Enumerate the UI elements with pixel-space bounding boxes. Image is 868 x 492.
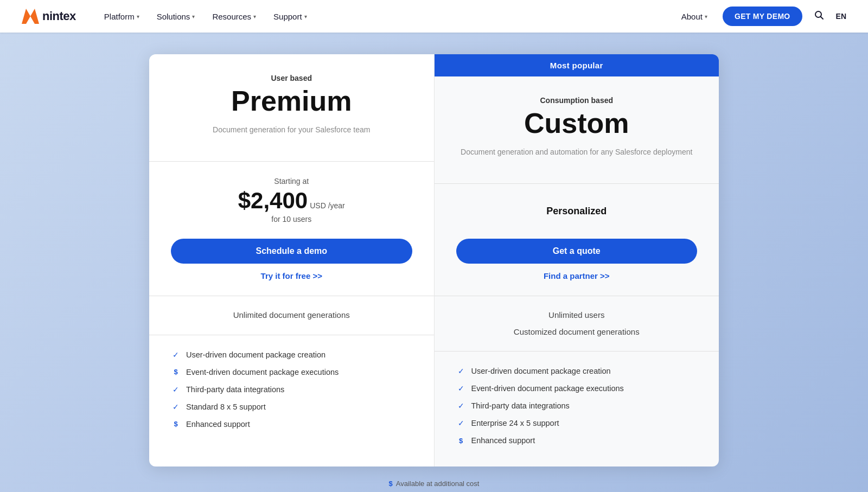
resources-chevron-icon: ▾ <box>253 14 256 20</box>
custom-check-icon-1: ✓ <box>456 367 466 375</box>
check-icon-2: ✓ <box>171 385 181 394</box>
language-selector[interactable]: EN <box>836 12 846 21</box>
check-icon-1: ✓ <box>171 350 181 359</box>
premium-feature-3: ✓ Third-party data integrations <box>171 385 412 394</box>
page-content: User based Premium Document generation f… <box>0 33 868 492</box>
custom-check-icon-3: ✓ <box>456 401 466 410</box>
search-icon <box>814 10 824 20</box>
custom-feature-3: ✓ Third-party data integrations <box>456 401 698 410</box>
search-button[interactable] <box>811 7 827 26</box>
premium-divider-3 <box>149 335 434 335</box>
custom-feature-highlight-2: Customized document generations <box>456 326 698 338</box>
solutions-chevron-icon: ▾ <box>192 14 195 20</box>
premium-feature-5: $ Enhanced support <box>171 420 412 429</box>
custom-divider-3 <box>435 351 719 352</box>
custom-check-icon-2: ✓ <box>456 384 466 393</box>
footer-dollar-icon: $ <box>389 480 393 488</box>
custom-feature-highlight-1: Unlimited users <box>456 309 698 322</box>
premium-price-label: Starting at <box>171 177 412 186</box>
platform-chevron-icon: ▾ <box>137 14 139 20</box>
premium-card: User based Premium Document generation f… <box>149 54 435 467</box>
nintex-logo-icon <box>22 9 39 24</box>
navbar-right: About ▾ GET MY DEMO EN <box>675 7 846 26</box>
premium-price-amount: $2,400 <box>238 188 308 214</box>
custom-plan-desc: Document generation and automation for a… <box>456 146 698 168</box>
get-demo-button[interactable]: GET MY DEMO <box>723 7 802 26</box>
nav-item-support[interactable]: Support ▾ <box>267 8 314 25</box>
premium-price-section: Starting at $2,400 USD /year for 10 user… <box>171 177 412 223</box>
premium-plan-desc: Document generation for your Salesforce … <box>171 124 412 146</box>
custom-cta-button[interactable]: Get a quote <box>456 239 698 264</box>
premium-plan-name: Premium <box>171 86 412 117</box>
custom-feature-2: ✓ Event-driven document package executio… <box>456 384 698 393</box>
custom-personalized: Personalized <box>456 206 698 217</box>
main-nav: Platform ▾ Solutions ▾ Resources ▾ Suppo… <box>98 8 675 25</box>
premium-divider-1 <box>149 161 434 162</box>
custom-dollar-icon-1: $ <box>456 437 466 445</box>
most-popular-badge: Most popular <box>435 54 719 76</box>
custom-card: Most popular Consumption based Custom Do… <box>435 54 719 467</box>
nav-item-resources[interactable]: Resources ▾ <box>206 8 263 25</box>
footer-note-text: Available at additional cost <box>396 480 480 488</box>
svg-marker-0 <box>22 9 39 24</box>
logo[interactable]: nintex <box>22 9 76 24</box>
custom-feature-4: ✓ Enterprise 24 x 5 support <box>456 419 698 427</box>
custom-plan-name: Custom <box>456 108 698 139</box>
premium-price-users: for 10 users <box>171 215 412 223</box>
dollar-icon-2: $ <box>171 420 181 428</box>
premium-feature-1: ✓ User-driven document package creation <box>171 350 412 359</box>
custom-divider-2 <box>435 296 719 296</box>
premium-plan-type: User based <box>171 74 412 82</box>
about-chevron-icon: ▾ <box>705 14 707 20</box>
nav-item-platform[interactable]: Platform ▾ <box>98 8 146 25</box>
custom-card-inner: Consumption based Custom Document genera… <box>456 76 698 445</box>
premium-cta-button[interactable]: Schedule a demo <box>171 239 412 264</box>
support-chevron-icon: ▾ <box>304 14 307 20</box>
custom-check-icon-4: ✓ <box>456 419 466 427</box>
premium-feature-4: ✓ Standard 8 x 5 support <box>171 402 412 411</box>
custom-feature-list: ✓ User-driven document package creation … <box>456 367 698 445</box>
custom-plan-type: Consumption based <box>456 96 698 105</box>
custom-divider-1 <box>435 183 719 184</box>
premium-feature-list: ✓ User-driven document package creation … <box>171 350 412 429</box>
premium-feature-2: $ Event-driven document package executio… <box>171 368 412 376</box>
check-icon-3: ✓ <box>171 402 181 411</box>
premium-try-free-link[interactable]: Try it for free >> <box>171 271 412 280</box>
navbar: nintex Platform ▾ Solutions ▾ Resources … <box>0 0 868 33</box>
svg-line-2 <box>820 16 823 19</box>
footer-note: $ Available at additional cost <box>389 480 480 488</box>
pricing-cards: User based Premium Document generation f… <box>149 54 719 467</box>
custom-find-partner-link[interactable]: Find a partner >> <box>456 271 698 280</box>
premium-price-suffix: USD /year <box>310 201 345 210</box>
dollar-icon-1: $ <box>171 368 181 376</box>
custom-feature-5: $ Enhanced support <box>456 436 698 445</box>
custom-feature-1: ✓ User-driven document package creation <box>456 367 698 375</box>
premium-feature-highlight: Unlimited document generations <box>171 309 412 322</box>
logo-text: nintex <box>42 9 76 23</box>
premium-price-value: $2,400 USD /year <box>171 188 412 214</box>
premium-divider-2 <box>149 296 434 296</box>
nav-about[interactable]: About ▾ <box>675 8 714 25</box>
nav-item-solutions[interactable]: Solutions ▾ <box>150 8 202 25</box>
